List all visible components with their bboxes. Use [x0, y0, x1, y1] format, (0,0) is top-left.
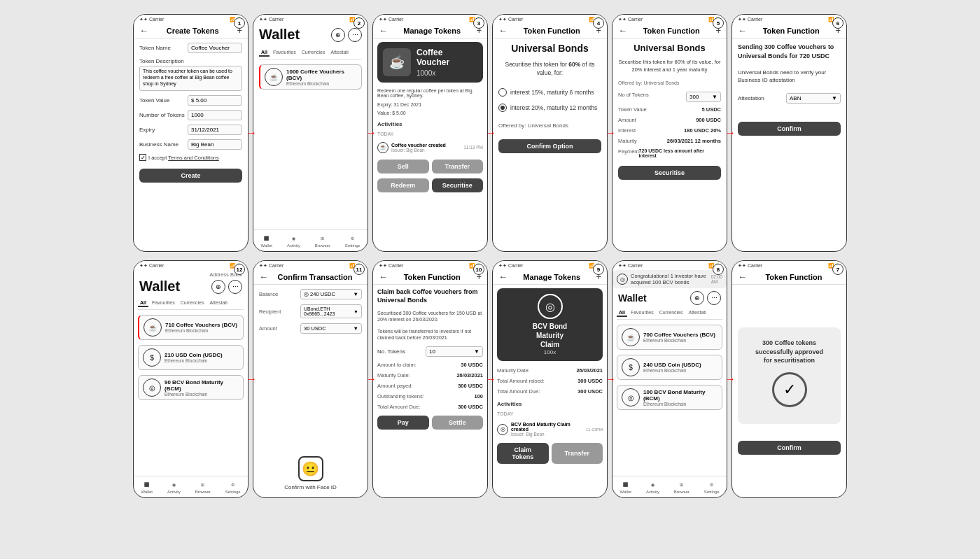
no-tokens-chevron-10: ▼ — [474, 348, 479, 355]
wallet-icon-btn-2[interactable]: ⋯ — [348, 28, 362, 42]
confirm-btn-7[interactable]: Confirm — [738, 441, 841, 455]
back-btn-7[interactable]: ← — [738, 271, 747, 282]
nav-wallet-8[interactable]: ⬛ Wallet — [620, 479, 631, 494]
token-value-input[interactable]: $ 5.00 — [188, 95, 242, 106]
back-btn-11[interactable]: ← — [259, 271, 268, 282]
terms-link[interactable]: Terms and Conditions — [168, 155, 219, 161]
token-usdc-8[interactable]: $ 240 USD Coin (USDC) Ethereum Blockchai… — [617, 355, 722, 380]
nav-browser-2[interactable]: ⊞ Browser — [315, 233, 330, 248]
settings-nav-icon-2: ⚙ — [347, 233, 358, 243]
tab-attest-8[interactable]: Attestati — [687, 309, 708, 317]
option2-4[interactable]: interest 20%, maturity 12 months — [498, 101, 601, 114]
business-name-input[interactable]: Big Bean — [188, 139, 242, 150]
token-desc-input[interactable]: This coffee voucher token can be used to… — [139, 66, 242, 91]
tab-fav-8[interactable]: Favourites — [629, 309, 656, 317]
token-bcm-12[interactable]: ◎ 90 BCV Bond Maturity (BCM) Ethereum Bl… — [138, 375, 244, 400]
carrier-3: ✦✦ Carrier — [379, 17, 403, 22]
token-usdc-12[interactable]: $ 210 USD Coin (USDC) Ethereum Blockchai… — [138, 345, 244, 370]
screen-6: 6 ✦✦ Carrier 📶🔋 ← Token Function + Sendi… — [732, 14, 847, 252]
wallet-icon-btn-1-12[interactable]: ⊕ — [211, 280, 225, 294]
token-card-bcv-2[interactable]: ☕ 1000 Coffee Vouchers (BCV) Ethereum Bl… — [259, 64, 362, 90]
back-btn-1[interactable]: ← — [139, 25, 148, 36]
tab-fav-2[interactable]: Favourites — [271, 49, 298, 57]
option1-4[interactable]: interest 15%, maturity 6 months — [498, 86, 601, 99]
securitise-btn-5[interactable]: Securitise — [618, 166, 721, 180]
bond-big-title-9: BCV BondMaturityClaim — [503, 322, 597, 349]
face-id-icon-11[interactable]: 😐 — [298, 456, 323, 481]
tab-currencies-12[interactable]: Currencies — [178, 299, 206, 307]
token-bcv-12[interactable]: ☕ 710 Coffee Vouchers (BCV) Ethereum Blo… — [138, 315, 244, 340]
nav-browser-8[interactable]: ⊞ Browser — [674, 479, 690, 494]
nav-browser-12[interactable]: ⊞ Browser — [195, 479, 211, 494]
settle-btn-10[interactable]: Settle — [432, 416, 484, 430]
tab-fav-12[interactable]: Favourites — [150, 299, 177, 307]
nav-settings-12[interactable]: ⚙ Settings — [225, 479, 241, 494]
screen-7: 7 ✦✦ Carrier 📶🔋 ← Token Function 300 Cof… — [732, 260, 847, 498]
expiry-input[interactable]: 31/12/2021 — [188, 125, 242, 135]
terms-checkbox[interactable]: ✓ — [139, 154, 146, 161]
tab-all-8[interactable]: All — [617, 309, 627, 317]
claim-tokens-btn-9[interactable]: Claim Tokens — [497, 443, 549, 464]
attestation-select-6[interactable]: ABN ▼ — [786, 93, 841, 104]
interest-val-5: 180 USDC 20% — [684, 127, 721, 134]
tab-all-12[interactable]: All — [138, 299, 148, 307]
back-btn-10[interactable]: ← — [379, 271, 388, 282]
back-btn-3[interactable]: ← — [379, 25, 388, 36]
screen-9-wrapper: 9 ✦✦ Carrier 📶🔋 ← Manage Tokens + ◎ BCV … — [492, 260, 608, 498]
wallet-icon-btn-2-8[interactable]: ⋯ — [707, 291, 721, 305]
wallet-icon-btn-2-12[interactable]: ⋯ — [228, 280, 242, 294]
nav-activity-8[interactable]: ◉ Activity — [646, 479, 659, 494]
transfer-btn-3[interactable]: Transfer — [432, 160, 484, 174]
nav-wallet-2[interactable]: ⬛ Wallet — [260, 233, 272, 248]
screen-2: 2 ✦✦ Carrier 📶🔋 Wallet ⊕ ⋯ All Favourite… — [253, 14, 368, 252]
num-tokens-row: Number of Tokens 1000 — [139, 110, 242, 120]
nav-settings-label-12: Settings — [225, 490, 241, 494]
back-btn-6[interactable]: ← — [738, 25, 747, 36]
num-tokens-input[interactable]: 1000 — [188, 110, 242, 120]
no-tokens-select-10[interactable]: 10 ▼ — [426, 346, 483, 357]
sell-btn-3[interactable]: Sell — [377, 160, 429, 174]
face-id-label-11: Confirm with Face ID — [284, 484, 337, 490]
token-name-label: Token Name — [139, 45, 185, 51]
nav-settings-8[interactable]: ⚙ Settings — [704, 479, 720, 494]
nav-settings-label-8: Settings — [704, 490, 720, 494]
activity-time-3: 11:13 PM — [463, 145, 483, 150]
total-due-val-10: 300 USDC — [458, 404, 483, 410]
confirm-btn-6[interactable]: Confirm — [738, 122, 841, 136]
token-name-usdc-12: 210 USD Coin (USDC) — [164, 352, 239, 358]
token-bcm-8[interactable]: ◎ 100 BCV Bond Maturity (BCM) Ethereum B… — [617, 385, 722, 410]
tab-all-2[interactable]: All — [259, 49, 270, 57]
tab-currencies-8[interactable]: Currencies — [657, 309, 685, 317]
wallet-icon-btn-1-8[interactable]: ⊕ — [690, 291, 704, 305]
screen-11: 11 ✦✦ Carrier 📶🔋 ← Confirm Transaction B… — [253, 260, 368, 498]
wallet-icons-2: ⊕ ⋯ — [331, 28, 362, 42]
content-10: Claim back Coffee Vouchers from Universa… — [373, 285, 487, 497]
tab-attest-12[interactable]: Attestati — [208, 299, 230, 307]
token-bcv-8[interactable]: ☕ 700 Coffee Vouchers (BCV) Ethereum Blo… — [617, 325, 722, 350]
no-tokens-select-5[interactable]: 300 ▼ — [686, 92, 721, 102]
nav-activity-2[interactable]: ◉ Activity — [287, 233, 300, 248]
tab-currencies-2[interactable]: Currencies — [300, 49, 328, 57]
token-sub-2: Ethereum Blockchain — [286, 81, 357, 86]
carrier-1: ✦✦ Carrier — [139, 17, 164, 22]
token-name-input[interactable]: Coffee Voucher — [188, 43, 242, 53]
outstanding-label-10: Outstanding tokens: — [377, 393, 424, 399]
activity-icon-9: ◎ — [497, 424, 508, 435]
claim-amount-label-10: Amount to claim: — [377, 362, 416, 368]
back-btn-9[interactable]: ← — [498, 271, 507, 282]
attest-chevron-6: ▼ — [832, 95, 837, 101]
back-btn-4[interactable]: ← — [498, 25, 507, 36]
transfer-btn-9[interactable]: Transfer — [552, 443, 603, 464]
back-btn-5[interactable]: ← — [618, 25, 627, 36]
confirm-option-btn-4[interactable]: Confirm Option — [498, 139, 601, 153]
securitise-btn-3[interactable]: Securitise — [432, 178, 484, 192]
wallet-icon-btn-1[interactable]: ⊕ — [331, 28, 345, 42]
nav-activity-12[interactable]: ◉ Activity — [167, 479, 181, 494]
pay-btn-10[interactable]: Pay — [377, 416, 429, 430]
nav-wallet-12[interactable]: ⬛ Wallet — [141, 479, 152, 494]
activity-icon-3: ☕ — [377, 142, 388, 153]
nav-settings-2[interactable]: ⚙ Settings — [345, 233, 360, 248]
redeem-btn-3[interactable]: Redeem — [377, 178, 429, 192]
tab-attest-2[interactable]: Attestati — [329, 49, 351, 57]
create-button[interactable]: Create — [139, 169, 242, 183]
